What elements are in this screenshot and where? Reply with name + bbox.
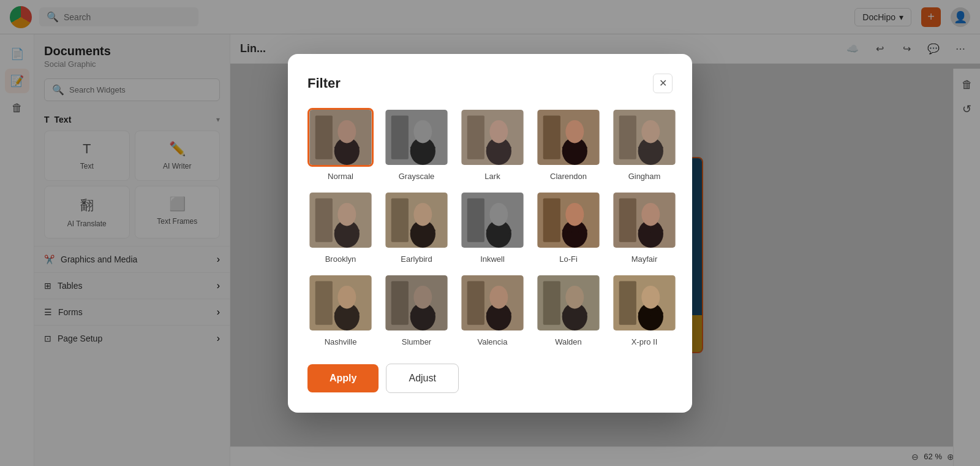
filter-xpro[interactable]: X-pro II bbox=[611, 273, 677, 346]
filter-label-mayfair: Mayfair bbox=[631, 254, 658, 264]
filter-label-lofi: Lo-Fi bbox=[559, 254, 578, 264]
modal-close-button[interactable]: ✕ bbox=[653, 74, 673, 93]
svg-rect-9 bbox=[467, 115, 484, 159]
svg-point-31 bbox=[489, 202, 508, 226]
filter-label-walden: Walden bbox=[555, 337, 582, 346]
filter-lofi[interactable]: Lo-Fi bbox=[535, 191, 601, 264]
filter-label-inkwell: Inkwell bbox=[480, 254, 505, 264]
filter-earlybird[interactable]: Earlybird bbox=[383, 191, 450, 264]
svg-point-15 bbox=[565, 120, 584, 143]
filter-label-clarendon: Clarendon bbox=[550, 172, 587, 181]
filter-label-lark: Lark bbox=[484, 172, 500, 181]
modal-title: Filter bbox=[307, 75, 341, 91]
filter-nashville[interactable]: Nashville bbox=[307, 273, 374, 346]
svg-point-43 bbox=[337, 285, 356, 308]
filter-thumb-walden bbox=[535, 273, 601, 332]
filter-walden[interactable]: Walden bbox=[535, 273, 601, 346]
modal-actions: Apply Adjust bbox=[307, 364, 673, 393]
filter-valencia[interactable]: Valencia bbox=[459, 273, 526, 346]
filter-thumb-slumber bbox=[383, 273, 450, 332]
svg-rect-25 bbox=[391, 198, 409, 242]
filter-label-gingham: Gingham bbox=[628, 172, 661, 181]
svg-rect-49 bbox=[467, 281, 484, 324]
filter-label-valencia: Valencia bbox=[478, 337, 508, 346]
filter-label-slumber: Slumber bbox=[402, 337, 431, 346]
filter-gingham[interactable]: Gingham bbox=[611, 108, 677, 181]
svg-point-19 bbox=[641, 120, 660, 143]
svg-rect-13 bbox=[543, 115, 560, 159]
svg-point-3 bbox=[337, 120, 356, 143]
filter-label-earlybird: Earlybird bbox=[401, 254, 432, 264]
filter-label-xpro: X-pro II bbox=[631, 337, 658, 346]
svg-rect-5 bbox=[391, 115, 409, 159]
svg-point-55 bbox=[565, 285, 584, 308]
filter-brooklyn[interactable]: Brooklyn bbox=[307, 191, 374, 264]
filter-normal[interactable]: Normal bbox=[307, 108, 374, 181]
filter-thumb-clarendon bbox=[535, 108, 601, 167]
filter-thumb-mayfair bbox=[611, 191, 677, 250]
filter-thumb-nashville bbox=[307, 273, 374, 332]
svg-rect-21 bbox=[315, 198, 333, 242]
svg-rect-33 bbox=[543, 198, 560, 242]
svg-rect-37 bbox=[619, 198, 636, 242]
svg-rect-17 bbox=[619, 115, 636, 159]
filter-inkwell[interactable]: Inkwell bbox=[459, 191, 526, 264]
svg-point-35 bbox=[565, 202, 584, 226]
filter-thumb-inkwell bbox=[459, 191, 526, 250]
svg-point-11 bbox=[489, 120, 508, 143]
filter-modal: Filter ✕ NormalGrayscaleLarkClarendonGin… bbox=[288, 54, 692, 413]
filter-mayfair[interactable]: Mayfair bbox=[611, 191, 677, 264]
svg-point-51 bbox=[489, 285, 508, 308]
filter-thumb-valencia bbox=[459, 273, 526, 332]
filter-clarendon[interactable]: Clarendon bbox=[535, 108, 601, 181]
filters-grid: NormalGrayscaleLarkClarendonGinghamBrook… bbox=[307, 108, 673, 346]
svg-point-59 bbox=[641, 285, 660, 308]
svg-rect-57 bbox=[619, 281, 636, 324]
filter-label-nashville: Nashville bbox=[325, 337, 357, 346]
svg-point-39 bbox=[641, 202, 660, 226]
close-icon: ✕ bbox=[659, 77, 667, 89]
filter-grayscale[interactable]: Grayscale bbox=[383, 108, 450, 181]
svg-rect-29 bbox=[467, 198, 484, 242]
filter-thumb-brooklyn bbox=[307, 191, 374, 250]
filter-thumb-lofi bbox=[535, 191, 601, 250]
svg-point-27 bbox=[413, 202, 432, 226]
filter-thumb-earlybird bbox=[383, 191, 450, 250]
modal-header: Filter ✕ bbox=[307, 74, 673, 93]
svg-rect-1 bbox=[315, 115, 333, 159]
filter-thumb-grayscale bbox=[383, 108, 450, 167]
svg-point-7 bbox=[413, 120, 432, 143]
svg-rect-53 bbox=[543, 281, 560, 324]
filter-thumb-gingham bbox=[611, 108, 677, 167]
svg-point-23 bbox=[337, 202, 356, 226]
filter-lark[interactable]: Lark bbox=[459, 108, 526, 181]
svg-rect-45 bbox=[391, 281, 409, 324]
svg-point-47 bbox=[413, 285, 432, 308]
filter-thumb-xpro bbox=[611, 273, 677, 332]
filter-label-grayscale: Grayscale bbox=[399, 172, 435, 181]
filter-thumb-normal bbox=[307, 108, 374, 167]
svg-rect-41 bbox=[315, 281, 333, 324]
apply-button[interactable]: Apply bbox=[307, 364, 379, 392]
filter-slumber[interactable]: Slumber bbox=[383, 273, 450, 346]
filter-thumb-lark bbox=[459, 108, 526, 167]
modal-overlay: Filter ✕ NormalGrayscaleLarkClarendonGin… bbox=[0, 0, 980, 466]
adjust-button[interactable]: Adjust bbox=[386, 364, 458, 393]
filter-label-normal: Normal bbox=[328, 172, 353, 181]
filter-label-brooklyn: Brooklyn bbox=[325, 254, 356, 264]
